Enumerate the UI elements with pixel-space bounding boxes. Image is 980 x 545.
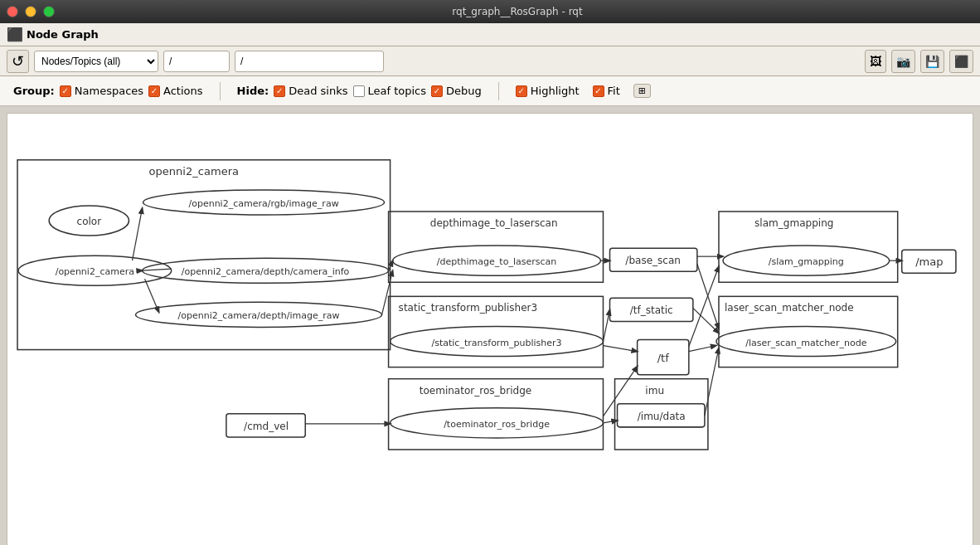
depth-camera-info-label: /openni2_camera/depth/camera_info — [182, 266, 350, 277]
tf-static-label: /tf_static — [630, 304, 673, 316]
close-button[interactable] — [7, 6, 18, 17]
toolbar: ↺ Nodes/Topics (all) Nodes only Nodes/To… — [0, 46, 980, 76]
dead-sinks-checkbox[interactable] — [274, 85, 285, 97]
screenshot2-button[interactable]: 📷 — [891, 50, 915, 73]
ros-graph-svg: openni2_camera color /openni2_camera/rgb… — [7, 114, 973, 545]
tf-label: /tf — [657, 352, 669, 364]
highlight-checkbox[interactable] — [516, 85, 527, 97]
namespaces-label: Namespaces — [75, 85, 143, 97]
arrow-static-to-tf — [603, 346, 637, 352]
screenshot3-button[interactable]: 💾 — [920, 50, 944, 73]
menubar: ⬛ Node Graph — [0, 23, 980, 46]
arrow-openni2-depth-info — [143, 269, 172, 270]
group-filter: Group: Namespaces Actions — [13, 85, 203, 97]
refresh-button[interactable]: ↺ — [7, 50, 29, 73]
rgb-image-raw-label: /openni2_camera/rgb/image_raw — [188, 198, 338, 209]
fit-checkbox-item[interactable]: Fit — [593, 85, 620, 97]
app-icon: ⬛ — [7, 27, 23, 42]
leaf-topics-checkbox[interactable] — [353, 85, 365, 97]
fit-checkbox[interactable] — [593, 85, 604, 97]
static-transform-node-label: /static_transform_publisher3 — [431, 338, 561, 348]
imu-data-label: /imu/data — [638, 411, 686, 422]
highlight-checkbox-item[interactable]: Highlight — [516, 85, 580, 97]
minimize-button[interactable] — [25, 6, 36, 17]
imu-ns-label: imu — [645, 385, 664, 397]
graph-area[interactable]: openni2_camera color /openni2_camera/rgb… — [7, 113, 973, 545]
arrow-openni2-rgb — [133, 208, 143, 260]
main-content: openni2_camera color /openni2_camera/rgb… — [0, 106, 980, 545]
actions-label: Actions — [163, 85, 203, 97]
actions-checkbox[interactable] — [148, 85, 160, 97]
dead-sinks-label: Dead sinks — [289, 85, 347, 97]
slam-gmapping-node-label: /slam_gmapping — [769, 256, 844, 267]
color-node-label: color — [77, 216, 102, 227]
toeminator-node-label: /toeminator_ros_bridge — [444, 419, 550, 430]
filter2-input[interactable] — [235, 51, 384, 72]
arrow-static-to-tf-static — [603, 309, 609, 341]
laser-scan-matcher-ns-label: laser_scan_matcher_node — [725, 302, 854, 314]
filter1-input[interactable] — [163, 51, 230, 72]
arrow-openni2-depth-image — [145, 279, 159, 312]
titlebar: rqt_graph__RosGraph - rqt — [0, 0, 980, 23]
hide-label: Hide: — [237, 85, 269, 97]
dead-sinks-checkbox-item[interactable]: Dead sinks — [274, 85, 347, 97]
debug-label: Debug — [446, 85, 482, 97]
depthimage-ns-label: depthimage_to_laserscan — [430, 217, 558, 229]
filter-separator2 — [498, 82, 499, 100]
slam-gmapping-ns-label: slam_gmapping — [754, 217, 833, 229]
toeminator-ns-label: toeminator_ros_bridge — [420, 385, 532, 397]
leaf-topics-checkbox-item[interactable]: Leaf topics — [353, 85, 427, 97]
arrow-tf-to-laser — [689, 346, 716, 352]
menubar-title: Node Graph — [27, 28, 99, 41]
filterbar: Group: Namespaces Actions Hide: Dead sin… — [0, 76, 980, 106]
cmd-vel-label: /cmd_vel — [244, 421, 289, 432]
stop-button[interactable]: ⬛ — [949, 50, 973, 73]
namespaces-checkbox-item[interactable]: Namespaces — [60, 85, 143, 97]
key-button[interactable]: ⊞ — [633, 84, 651, 98]
highlight-label: Highlight — [531, 85, 580, 97]
window-title: rqt_graph__RosGraph - rqt — [61, 6, 973, 17]
debug-checkbox[interactable] — [431, 85, 443, 97]
arrow-tf-static-to-laser — [693, 308, 719, 333]
depthimage-node-label: /depthimage_to_laserscan — [437, 256, 557, 267]
openni2-camera-node-label: /openni2_camera — [56, 266, 134, 277]
debug-checkbox-item[interactable]: Debug — [431, 85, 482, 97]
openni2-camera-ns-label: openni2_camera — [149, 165, 239, 178]
screenshot1-button[interactable]: 🖼 — [865, 50, 886, 73]
arrow-toeminator-to-tf — [603, 367, 637, 416]
namespaces-checkbox[interactable] — [60, 85, 71, 97]
laser-scan-matcher-node-label: /laser_scan_matcher_node — [745, 338, 866, 348]
group-label: Group: — [13, 85, 55, 97]
arrow-imu-to-laser — [705, 348, 719, 416]
fit-label: Fit — [608, 85, 620, 97]
filter-separator — [220, 82, 221, 100]
static-transform-ns-label: static_transform_publisher3 — [399, 302, 538, 314]
map-label: /map — [915, 255, 943, 268]
depth-image-raw-label: /openni2_camera/depth/image_raw — [178, 310, 340, 321]
leaf-topics-label: Leaf topics — [368, 85, 427, 97]
arrow-depth-image-to-depth — [382, 270, 393, 314]
actions-checkbox-item[interactable]: Actions — [148, 85, 203, 97]
view-mode-select[interactable]: Nodes/Topics (all) Nodes only Nodes/Topi… — [34, 51, 158, 72]
hide-filter: Hide: Dead sinks Leaf topics Debug — [237, 85, 482, 97]
base-scan-label: /base_scan — [625, 255, 681, 266]
maximize-button[interactable] — [43, 6, 55, 17]
